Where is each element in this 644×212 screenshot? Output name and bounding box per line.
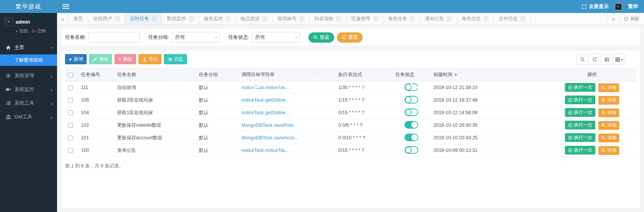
col-created[interactable]: 创建时间▾ — [430, 69, 548, 81]
topbar-username[interactable]: 繁华 — [628, 3, 638, 10]
row-checkbox[interactable] — [68, 148, 73, 153]
col-task-group[interactable]: 任务分组 — [196, 69, 238, 81]
run-once-button[interactable]: 执行一次 — [565, 83, 595, 92]
table-refresh-button[interactable] — [588, 54, 601, 65]
fullscreen-button[interactable]: 全屏显示 — [582, 3, 609, 10]
tab-close-icon[interactable]: × — [336, 16, 341, 21]
col-cron[interactable]: 执行表达式 — [335, 69, 392, 81]
task-target-link[interactable]: MongoDBTask.saveRole... — [241, 123, 297, 128]
tabs-scroll-left-button[interactable]: « — [57, 13, 68, 25]
tab[interactable]: 数据监控× — [162, 13, 199, 25]
reset-button[interactable]: 重置 — [337, 32, 363, 43]
task-status-select[interactable]: 所有 ‹ — [252, 32, 300, 43]
delete-button[interactable]: × 删除 — [114, 54, 136, 64]
run-once-button[interactable]: 执行一次 — [565, 146, 595, 155]
tab-close-icon[interactable]: × — [373, 16, 378, 21]
status-toggle[interactable] — [404, 134, 418, 141]
tab-label: 数据监控 — [167, 16, 186, 22]
tab-close-icon[interactable]: × — [299, 16, 304, 21]
row-checkbox[interactable] — [68, 98, 73, 103]
task-name-input[interactable] — [89, 32, 140, 43]
tab-close-icon[interactable]: × — [152, 16, 157, 21]
tab[interactable]: 角色任务× — [383, 13, 420, 25]
run-once-button[interactable]: 执行一次 — [565, 108, 595, 117]
sidebar-item-system-tools[interactable]: 系统工具 ‹ — [0, 96, 57, 110]
status-toggle[interactable] — [404, 121, 418, 129]
tab[interactable]: 拍卖宠物× — [309, 13, 346, 25]
sidebar-item-home[interactable]: 主页 ‹ — [0, 41, 57, 54]
sidebar-item-system-management[interactable]: 系统管理 ‹ — [0, 69, 57, 83]
status-toggle[interactable] — [404, 146, 418, 154]
detail-button[interactable]: 详细 — [598, 96, 619, 105]
tab[interactable]: 通知公告× — [420, 13, 457, 25]
task-target-link[interactable]: MongoDBTask.saveAcco... — [241, 135, 298, 140]
run-once-label: 执行一次 — [574, 97, 592, 103]
sidebar-item-gm-tools[interactable]: GM工具 ‹ — [0, 110, 57, 124]
tab-close-icon[interactable]: × — [447, 16, 452, 21]
export-button[interactable]: 导出 — [138, 54, 162, 64]
row-checkbox[interactable] — [68, 110, 73, 115]
tab-close-icon[interactable]: × — [410, 16, 415, 21]
table-body: 111 自动加强 默认 noticeTask.noticeTas... 1/30… — [65, 81, 636, 157]
sort-caret-icon[interactable]: ▾ — [455, 72, 457, 77]
col-task-id[interactable]: 任务编号 — [78, 69, 114, 81]
tab-close-icon[interactable]: × — [262, 16, 267, 21]
logout-link[interactable]: 注销 — [32, 28, 46, 34]
detail-button[interactable]: 详细 — [598, 134, 619, 142]
status-toggle[interactable] — [404, 108, 418, 116]
tab-close-icon[interactable]: × — [484, 16, 489, 21]
row-checkbox[interactable] — [68, 135, 73, 140]
col-target[interactable]: 调用目标字符串 — [238, 69, 335, 81]
chevron-left-icon: ‹ — [51, 87, 52, 92]
task-target-link[interactable]: noticeTask.getOnline... — [241, 110, 289, 115]
detail-button[interactable]: 详细 — [598, 146, 619, 155]
row-checkbox[interactable] — [68, 123, 73, 128]
tab[interactable]: 定时任务× — [125, 13, 162, 25]
status-toggle[interactable] — [404, 83, 418, 91]
tab[interactable]: 文件信息× — [494, 13, 531, 25]
table-search-button[interactable] — [576, 54, 589, 65]
col-status[interactable]: 任务状态 — [392, 69, 430, 81]
task-target-link[interactable]: noticeTask.noticeTas... — [241, 85, 289, 90]
task-group-select[interactable]: 所有 ‹ — [171, 32, 220, 43]
sidebar-item-system-monitor[interactable]: 系统监控 ‹ — [0, 83, 57, 96]
topbar-avatar[interactable]: × — [615, 3, 622, 10]
col-task-name[interactable]: 任务名称 — [114, 69, 196, 81]
tab-close-icon[interactable]: × — [225, 16, 230, 21]
run-once-button[interactable]: 执行一次 — [565, 96, 595, 104]
search-button[interactable]: 搜索 — [308, 32, 334, 43]
tab-close-icon[interactable]: × — [520, 16, 525, 21]
tab[interactable]: 首页 — [68, 13, 88, 25]
select-all-checkbox[interactable] — [68, 73, 73, 78]
created-cell: 2019-10-12 18:37:48 — [430, 94, 548, 107]
tab[interactable]: 物品发送× — [236, 13, 273, 25]
tab[interactable]: 区服管理× — [346, 13, 383, 25]
table-columns-button[interactable]: ▾ — [613, 54, 625, 65]
table-view-toggle-button[interactable] — [601, 54, 613, 65]
tab-close-icon[interactable]: × — [189, 16, 194, 21]
status-toggle[interactable] — [404, 96, 418, 104]
tabs-refresh-button[interactable]: 刷新 — [619, 13, 644, 25]
edit-button[interactable]: 修改 — [89, 54, 112, 64]
task-target-link[interactable]: noticeTask.noticeTas... — [241, 148, 289, 153]
tab[interactable]: 服务监控× — [199, 13, 236, 25]
detail-button[interactable]: 详细 — [598, 108, 619, 117]
created-cell: 2019-10-09 00:13:31 — [430, 144, 548, 157]
task-target-link[interactable]: noticeTask.getOnline... — [241, 97, 289, 103]
detail-button[interactable]: 详细 — [598, 83, 619, 92]
sidebar-subitem-about[interactable]: 了解繁华游戏 — [0, 54, 57, 66]
tab[interactable]: 角色信息× — [457, 13, 494, 25]
add-button[interactable]: + 新增 — [65, 54, 87, 64]
brand-logo: 繁华游戏 — [0, 0, 57, 13]
sidebar-toggle-button[interactable] — [62, 3, 69, 10]
tabs-scroll-right-button[interactable]: » — [608, 13, 619, 25]
tab-label: 角色信息 — [462, 16, 481, 22]
detail-button[interactable]: 详细 — [598, 121, 619, 130]
tab[interactable]: 游戏账号× — [273, 13, 309, 25]
row-checkbox[interactable] — [68, 85, 73, 90]
log-button[interactable]: 日志 — [164, 54, 187, 64]
tab-close-icon[interactable]: × — [115, 16, 120, 21]
run-once-button[interactable]: 执行一次 — [565, 133, 595, 142]
run-once-button[interactable]: 执行一次 — [565, 121, 595, 129]
tab[interactable]: 在线用户× — [88, 13, 125, 25]
